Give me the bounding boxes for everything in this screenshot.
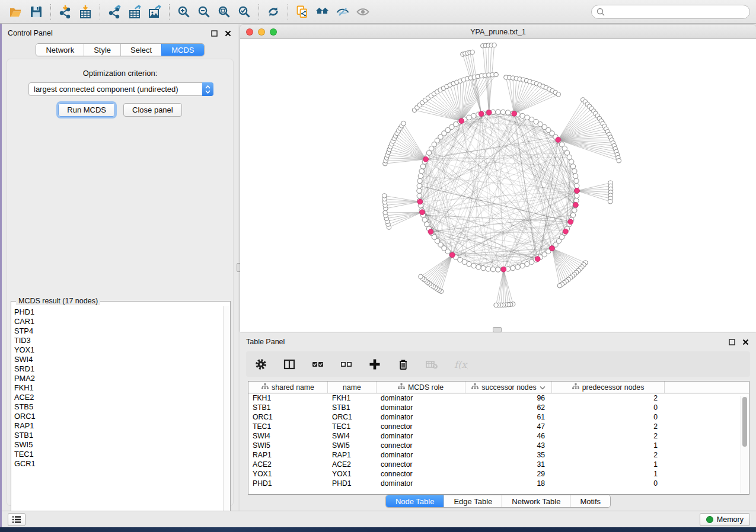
mcds-result-node[interactable]: GCR1 [14, 459, 223, 469]
table-tab-node-table[interactable]: Node Table [386, 495, 444, 507]
cell-predecessor-nodes: 1 [552, 470, 665, 478]
open-icon[interactable] [6, 3, 26, 21]
table-body: FKH1FKH1dominator962STB1STB1dominator620… [248, 393, 749, 488]
table-tab-network-table[interactable]: Network Table [502, 495, 570, 507]
tab-select[interactable]: Select [120, 44, 161, 56]
mcds-result-node[interactable]: ORC1 [14, 412, 223, 421]
mcds-result-node[interactable]: SWI4 [14, 355, 223, 364]
tab-mcds[interactable]: MCDS [161, 44, 203, 56]
mcds-result-box: MCDS result (17 nodes) PHD1CAR1STP4TID3Y… [11, 301, 231, 521]
tab-style[interactable]: Style [84, 44, 120, 56]
zoom-selected-icon[interactable] [234, 3, 254, 21]
column-header-shared-name[interactable]: shared name [248, 382, 328, 393]
delete-table-icon [424, 358, 439, 371]
mcds-result-node[interactable]: STB5 [14, 402, 223, 412]
mcds-result-node[interactable]: PMA2 [14, 374, 223, 383]
mcds-result-node[interactable]: TID3 [14, 336, 223, 345]
criterion-value: largest connected component (undirected) [29, 85, 203, 94]
select-all-icon[interactable] [310, 358, 326, 371]
table-tabs: Node TableEdge TableNetwork TableMotifs [385, 495, 611, 508]
close-table-panel-icon[interactable] [741, 337, 750, 347]
export-table-icon[interactable] [125, 3, 145, 21]
mcds-result-node[interactable]: TEC1 [14, 450, 223, 459]
table-row[interactable]: PHD1PHD1dominator180 [248, 479, 749, 488]
table-scrollbar[interactable] [741, 396, 748, 493]
zoom-in-icon[interactable] [174, 3, 194, 21]
save-icon[interactable] [26, 3, 46, 21]
mcds-result-node[interactable]: STB1 [14, 431, 223, 440]
table-row[interactable]: FKH1FKH1dominator962 [248, 393, 749, 403]
mcds-result-node[interactable]: RAP1 [14, 421, 223, 431]
table-panel: Table Panel f(x) shared namenameMCDS rol… [240, 333, 756, 511]
close-panel-icon[interactable] [223, 28, 232, 38]
table-scrollbar-thumb[interactable] [742, 397, 747, 447]
column-header-successor-nodes[interactable]: successor nodes [465, 382, 552, 393]
status-bar: Memory [2, 511, 756, 527]
mcds-result-node[interactable]: STP4 [14, 326, 223, 336]
cell-shared-name: YOX1 [248, 470, 328, 478]
table-row[interactable]: YOX1YOX1connector291 [248, 469, 749, 479]
mcds-result-list[interactable]: PHD1CAR1STP4TID3YOX1SWI4SRD1PMA2FKH1ACE2… [12, 306, 223, 520]
delete-column-icon[interactable] [395, 358, 411, 371]
column-header-predecessor-nodes[interactable]: predecessor nodes [552, 382, 665, 393]
network-window-titlebar[interactable]: YPA_prune.txt_1 [240, 25, 756, 39]
split-panel-icon[interactable] [282, 358, 297, 371]
settings-icon[interactable] [253, 358, 269, 371]
criterion-dropdown[interactable]: largest connected component (undirected) [28, 82, 213, 96]
mcds-result-node[interactable]: ACE2 [14, 393, 223, 402]
mcds-result-node[interactable]: CAR1 [14, 317, 223, 326]
new-network-from-selection-icon[interactable] [292, 3, 312, 21]
network-graph[interactable] [240, 39, 756, 332]
mcds-result-node[interactable]: PHD1 [14, 307, 223, 317]
column-header-name[interactable]: name [328, 382, 377, 393]
cell-shared-name: TEC1 [248, 422, 328, 431]
mcds-result-scrollbar[interactable] [223, 306, 229, 520]
table-row[interactable]: STB1STB1dominator620 [248, 403, 749, 412]
task-history-button[interactable] [8, 513, 25, 526]
table-row[interactable]: SWI5SWI5connector431 [248, 441, 749, 450]
table-tab-edge-table[interactable]: Edge Table [444, 495, 502, 507]
hide-selected-icon[interactable] [333, 3, 353, 21]
float-panel-icon[interactable] [209, 28, 219, 38]
search-input[interactable] [591, 5, 750, 19]
cell-successor-nodes: 96 [465, 394, 552, 402]
table-row[interactable]: ACE2ACE2connector311 [248, 460, 749, 469]
horizontal-splitter-grip[interactable] [493, 327, 502, 332]
mcds-result-node[interactable]: FKH1 [14, 383, 223, 393]
import-table-icon[interactable] [75, 3, 95, 21]
add-column-icon[interactable] [367, 358, 382, 371]
export-image-icon[interactable] [145, 3, 165, 21]
table-tab-motifs[interactable]: Motifs [570, 495, 610, 507]
float-table-panel-icon[interactable] [727, 337, 736, 347]
table-row[interactable]: SWI4SWI4dominator462 [248, 431, 749, 441]
list-icon [12, 515, 21, 524]
mcds-result-node[interactable]: SWI5 [14, 440, 223, 450]
column-label: MCDS role [408, 383, 444, 392]
main-toolbar [0, 0, 756, 24]
refresh-icon[interactable] [263, 3, 283, 21]
zoom-out-icon[interactable] [194, 3, 214, 21]
export-network-icon[interactable] [104, 3, 125, 21]
zoom-fit-icon[interactable] [214, 3, 234, 21]
close-panel-button[interactable]: Close panel [123, 103, 182, 117]
table-row[interactable]: TEC1TEC1connector472 [248, 422, 749, 431]
mcds-result-node[interactable]: YOX1 [14, 345, 223, 355]
run-mcds-button[interactable]: Run MCDS [58, 103, 115, 117]
cell-predecessor-nodes: 2 [552, 451, 665, 459]
tab-network[interactable]: Network [36, 44, 84, 56]
show-all-icon[interactable] [353, 3, 373, 21]
memory-label: Memory [717, 515, 744, 524]
mcds-result-node[interactable]: SRD1 [14, 364, 223, 374]
column-header-MCDS-role[interactable]: MCDS role [377, 382, 465, 393]
homes-icon[interactable] [312, 3, 333, 21]
table-row[interactable]: ORC1ORC1dominator610 [248, 412, 749, 422]
deselect-all-icon[interactable] [339, 358, 354, 371]
toolbar-separator [169, 4, 170, 20]
cell-MCDS-role: connector [377, 460, 465, 469]
control-panel-tabs: NetworkStyleSelectMCDS [36, 43, 204, 56]
network-canvas[interactable] [240, 39, 756, 332]
table-row[interactable]: RAP1RAP1dominator352 [248, 450, 749, 460]
import-network-icon[interactable] [55, 3, 75, 21]
memory-button[interactable]: Memory [700, 513, 750, 526]
table-toolbar: f(x) [246, 351, 750, 377]
